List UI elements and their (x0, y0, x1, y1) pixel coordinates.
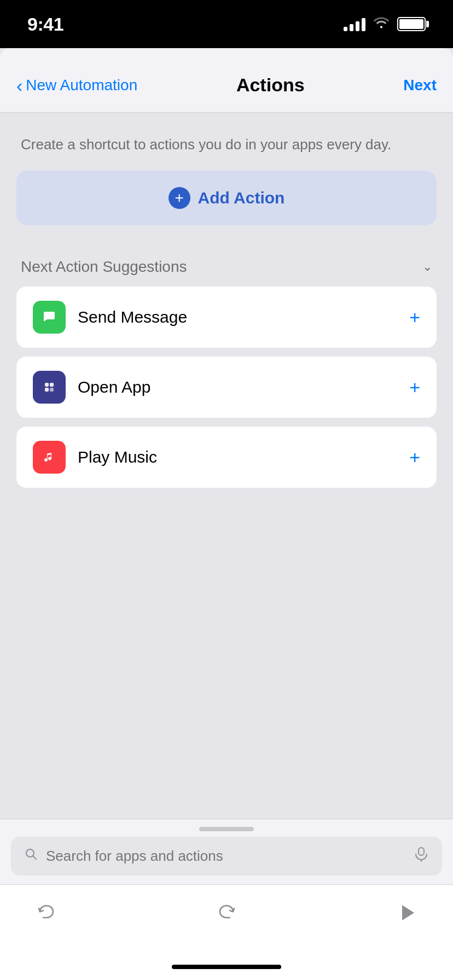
add-action-button[interactable]: + Add Action (16, 171, 437, 225)
wifi-icon (373, 15, 390, 33)
bottom-sheet (0, 819, 453, 980)
home-indicator (172, 965, 281, 969)
suggestions-header: Next Action Suggestions ⌄ (16, 258, 437, 276)
description-text: Create a shortcut to actions you do in y… (16, 135, 437, 154)
suggestion-send-message[interactable]: Send Message + (16, 287, 437, 348)
suggestion-name-open-app: Open App (78, 378, 150, 396)
add-play-music-button[interactable]: + (409, 447, 420, 468)
suggestion-name-play-music: Play Music (78, 448, 157, 466)
music-icon (33, 441, 66, 474)
add-send-message-button[interactable]: + (409, 307, 420, 328)
suggestion-play-music[interactable]: Play Music + (16, 427, 437, 488)
suggestions-title: Next Action Suggestions (21, 258, 187, 276)
plus-circle-icon: + (169, 187, 190, 209)
redo-button[interactable] (207, 894, 246, 932)
chevron-down-icon[interactable]: ⌄ (422, 260, 432, 274)
undo-button[interactable] (27, 894, 66, 932)
svg-rect-5 (50, 388, 54, 392)
svg-marker-10 (402, 905, 414, 920)
suggestion-open-app[interactable]: Open App + (16, 357, 437, 418)
battery-icon (397, 17, 426, 31)
svg-rect-3 (50, 383, 54, 387)
signal-icon (344, 17, 365, 31)
bottom-toolbar (0, 884, 453, 959)
nav-bar: ‹ New Automation Actions Next (0, 58, 453, 113)
svg-rect-2 (45, 383, 49, 387)
sheet-top (0, 48, 453, 58)
suggestion-name-send-message: Send Message (78, 308, 187, 326)
sheet-handle (199, 827, 254, 831)
svg-rect-8 (419, 848, 424, 855)
main-content: Create a shortcut to actions you do in y… (0, 113, 453, 518)
next-button[interactable]: Next (403, 77, 437, 94)
svg-rect-1 (39, 377, 59, 397)
search-bar-container (0, 837, 453, 884)
open-app-icon (33, 371, 66, 404)
back-button[interactable]: ‹ New Automation (16, 76, 137, 95)
status-time: 9:41 (27, 14, 63, 35)
add-action-label: Add Action (198, 189, 285, 207)
status-bar: 9:41 (0, 0, 453, 48)
status-icons (344, 15, 426, 33)
search-icon (24, 847, 38, 865)
page-title: Actions (236, 74, 305, 96)
messages-icon (33, 301, 66, 334)
svg-rect-4 (45, 388, 49, 392)
chevron-left-icon: ‹ (16, 76, 22, 95)
back-label: New Automation (26, 77, 137, 94)
search-bar (11, 837, 442, 876)
add-open-app-button[interactable]: + (409, 377, 420, 398)
search-input[interactable] (46, 848, 406, 865)
play-button[interactable] (387, 894, 426, 932)
mic-icon[interactable] (414, 847, 429, 866)
